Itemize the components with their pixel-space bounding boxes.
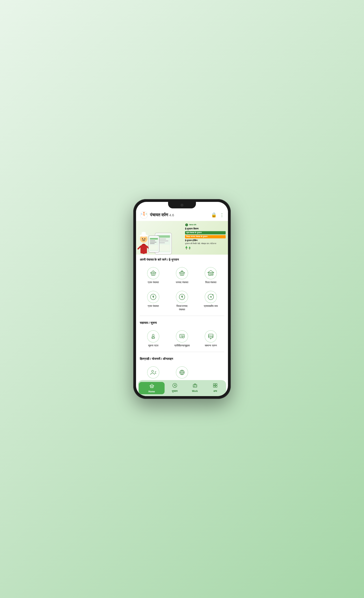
janpad-panchayat-item[interactable]: जनपद पंचायत — [169, 265, 195, 286]
help-grid: सूचना पटल i — [140, 328, 224, 349]
svg-rect-37 — [153, 274, 154, 275]
svg-point-66 — [152, 370, 154, 372]
nav-work-label: Work — [192, 390, 198, 392]
zila-janpad-payment-item[interactable]: ₹ जिला/जनपद पंचायत — [169, 289, 195, 313]
faq-item[interactable]: FAQ सामान्य प्रश्न — [197, 328, 224, 349]
svg-text:₹: ₹ — [181, 295, 183, 299]
schemes-icon — [176, 366, 188, 378]
nav-other[interactable]: अन्य — [205, 382, 225, 394]
payment-icon: ₹ — [172, 383, 177, 389]
svg-rect-41 — [181, 274, 183, 275]
svg-rect-19 — [150, 242, 156, 242]
section3-title: सहायता / सूचना — [140, 321, 224, 325]
svg-point-10 — [142, 232, 146, 234]
svg-rect-76 — [150, 386, 153, 388]
svg-rect-18 — [150, 241, 155, 241]
svg-marker-43 — [208, 270, 214, 273]
banner-logo-icon: प — [185, 223, 188, 226]
gram-payment-item[interactable]: ₹ ग्राम पंचायत — [140, 289, 167, 313]
beneficiary-icon — [147, 366, 159, 378]
other-icon — [213, 383, 218, 389]
section-help: सहायता / सूचना सूचना पटल — [136, 318, 228, 349]
tree-icon-2 — [188, 246, 191, 249]
svg-rect-81 — [194, 384, 196, 385]
nav-other-label: अन्य — [213, 390, 217, 393]
suchna-patal-icon — [147, 330, 159, 342]
banner-text: प पंचायत दर्पण ई-भुगतान विवरण ग्राम पंचा… — [185, 221, 228, 249]
svg-point-55 — [152, 334, 154, 336]
svg-point-3 — [146, 214, 147, 215]
admin-expense-icon: ₹ — [205, 291, 217, 303]
banner-line2: ई-भुगतान ट्रैकिंग — [185, 239, 226, 242]
svg-rect-86 — [215, 383, 217, 385]
phone-frame: प पंचायत दर्पण 4.6 🔒 ⋮ — [133, 199, 231, 399]
janpad-panchayat-label: जनपद पंचायत — [176, 281, 188, 284]
section1-title: अपनी पंचायत के बारे जाने / ई-भुगतान — [140, 258, 224, 262]
app-title: पंचायत दर्पण 4.6 — [150, 213, 174, 217]
gram-payment-icon: ₹ — [147, 291, 159, 303]
banner-line3: भुगतान की स्थिति देखें : मोबाइल एप्प / प… — [185, 242, 226, 245]
svg-text:FAQ: FAQ — [209, 335, 213, 337]
svg-point-2 — [143, 212, 145, 213]
svg-rect-46 — [211, 274, 212, 274]
svg-point-42 — [182, 271, 182, 272]
panchayat-grid: ग्राम पंचायत जनपद पंचायत — [140, 265, 224, 286]
divider-2 — [140, 352, 224, 352]
lock-icon[interactable]: 🔒 — [211, 212, 217, 218]
gram-payment-label: ग्राम पंचायत — [148, 304, 159, 307]
logo-area: प पंचायत दर्पण 4.6 — [140, 211, 174, 219]
svg-text:प: प — [143, 213, 145, 217]
svg-point-4 — [141, 214, 142, 215]
svg-rect-31 — [186, 248, 187, 249]
svg-rect-40 — [180, 273, 184, 275]
nav-home[interactable]: Home — [139, 382, 165, 394]
faq-label: सामान्य प्रश्न — [205, 344, 217, 347]
gram-panchayat-item[interactable]: ग्राम पंचायत — [140, 265, 167, 286]
gram-panchayat-icon — [147, 267, 159, 279]
janpad-panchayat-icon — [176, 267, 188, 279]
svg-line-13 — [138, 247, 140, 249]
suchna-patal-label: सूचना पटल — [148, 344, 158, 347]
zila-janpad-payment-label: जिला/जनपद पंचायत — [177, 304, 187, 311]
admin-expense-item[interactable]: ₹ प्रशासकीय व्यय — [197, 289, 224, 313]
section-panchayat-info: अपनी पंचायत के बारे जाने / ई-भुगतान — [136, 255, 228, 313]
nav-work[interactable]: Work — [185, 382, 205, 394]
app-logo: प — [140, 211, 148, 219]
svg-rect-20 — [150, 243, 155, 244]
zila-janpad-payment-icon: ₹ — [176, 291, 188, 303]
suchna-patal-item[interactable]: सूचना पटल — [140, 328, 167, 349]
menu-icon[interactable]: ⋮ — [220, 212, 224, 218]
svg-rect-17 — [150, 238, 158, 240]
zila-panchayat-icon — [205, 267, 217, 279]
svg-text:₹: ₹ — [174, 384, 176, 387]
svg-text:₹: ₹ — [152, 295, 154, 299]
section4-title: हितग्राही / योजनायें / ऑनलाइन — [140, 357, 224, 361]
nav-payment[interactable]: ₹ भुगतान — [165, 382, 185, 394]
phone-camera — [181, 204, 183, 207]
banner-phone — [148, 235, 160, 253]
phone-notch — [168, 202, 196, 208]
app-header: प पंचायत दर्पण 4.6 🔒 ⋮ — [136, 209, 228, 221]
banner-logo-text: पंचायत दर्पण — [189, 224, 196, 226]
bottom-navigation: Home ₹ भुगतान — [138, 380, 226, 396]
svg-rect-87 — [213, 386, 215, 387]
svg-marker-75 — [150, 384, 154, 386]
gram-panchayat-label: ग्राम पंचायत — [148, 281, 159, 284]
phone-screen: प पंचायत दर्पण 4.6 🔒 ⋮ — [136, 202, 228, 396]
svg-rect-21 — [150, 245, 158, 250]
app-screen: प पंचायत दर्पण 4.6 🔒 ⋮ — [136, 202, 228, 396]
svg-rect-45 — [209, 274, 210, 275]
svg-point-38 — [153, 272, 154, 273]
svg-point-82 — [194, 386, 195, 387]
payment-grid: ₹ ग्राम पंचायत ₹ जिला/जनपद — [140, 289, 224, 313]
banner-tag2: जिला/ जनपद पंचायत के भुगतान — [185, 235, 226, 238]
svg-rect-6 — [140, 245, 147, 253]
zila-panchayat-item[interactable]: जिला पंचायत — [197, 265, 224, 286]
feedback-item[interactable]: i प्रतिक्रिया/सुझाव — [169, 328, 195, 349]
svg-text:₹: ₹ — [210, 296, 212, 299]
svg-marker-34 — [189, 246, 191, 248]
svg-rect-85 — [213, 383, 215, 385]
feedback-icon: i — [176, 330, 188, 342]
zila-panchayat-label: जिला पंचायत — [205, 281, 216, 284]
svg-point-11 — [142, 238, 143, 239]
